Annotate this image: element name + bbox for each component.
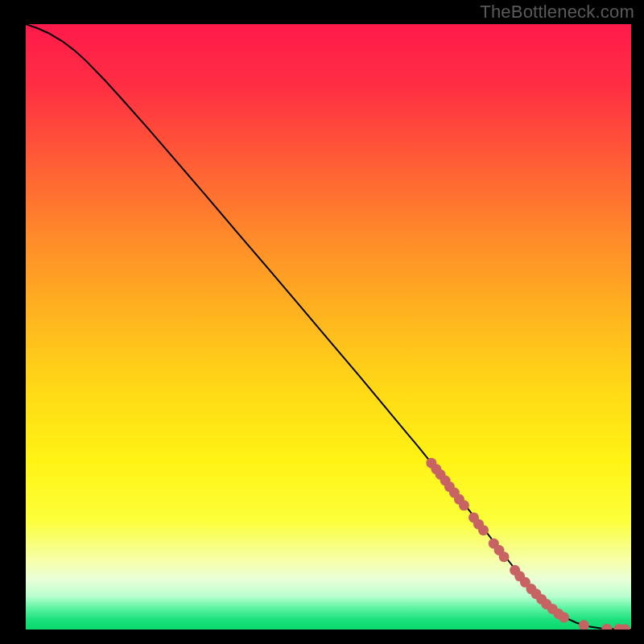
gradient-background <box>26 24 631 630</box>
chart-frame: TheBottleneck.com <box>0 0 644 644</box>
chart-svg <box>26 24 631 630</box>
plot-area <box>26 24 631 630</box>
data-point <box>478 525 489 535</box>
data-point <box>559 612 569 622</box>
watermark-label: TheBottleneck.com <box>480 2 634 23</box>
data-point <box>499 551 510 562</box>
data-point <box>459 500 469 510</box>
